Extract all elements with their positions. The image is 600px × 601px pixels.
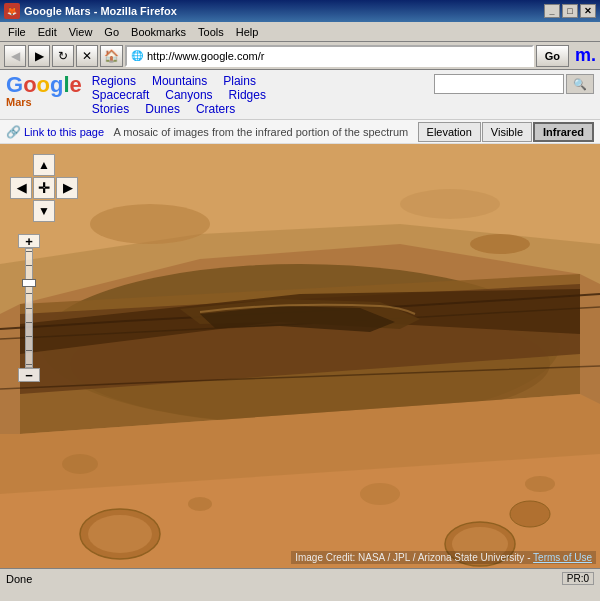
- menu-file[interactable]: File: [2, 24, 32, 40]
- link-spacecraft[interactable]: Spacecraft: [92, 88, 149, 102]
- link-ridges[interactable]: Ridges: [229, 88, 266, 102]
- search-area: 🔍: [434, 74, 594, 115]
- pan-left-button[interactable]: ◀: [10, 177, 32, 199]
- address-text: http://www.google.com/r: [147, 50, 528, 62]
- nav-bar: ◀ ▶ ↻ ✕ 🏠 🌐 http://www.google.com/r Go m…: [0, 42, 600, 70]
- link-regions[interactable]: Regions: [92, 74, 136, 88]
- title-bar: 🦊 Google Mars - Mozilla Firefox _ □ ✕: [0, 0, 600, 22]
- svg-point-23: [188, 497, 212, 511]
- menu-go[interactable]: Go: [98, 24, 125, 40]
- menu-help[interactable]: Help: [230, 24, 265, 40]
- svg-point-8: [90, 204, 210, 244]
- svg-point-18: [510, 501, 550, 527]
- zoom-tick-8: [26, 350, 32, 351]
- zoom-track[interactable]: [25, 248, 33, 368]
- map-navigation-controls: ▲ ◀ ✛ ▶ ▼: [10, 154, 78, 222]
- info-text: A mosaic of images from the infrared por…: [113, 126, 408, 138]
- zoom-tick-1: [26, 251, 32, 252]
- forward-button[interactable]: ▶: [28, 45, 50, 67]
- pan-right-button[interactable]: ▶: [56, 177, 78, 199]
- link-stories[interactable]: Stories: [92, 102, 129, 116]
- status-bar: Done PR:0: [0, 568, 600, 588]
- go-button[interactable]: Go: [536, 45, 569, 67]
- svg-point-9: [400, 189, 500, 219]
- link-to-page[interactable]: Link to this page: [24, 126, 104, 138]
- svg-point-22: [525, 476, 555, 492]
- address-bar[interactable]: 🌐 http://www.google.com/r: [125, 45, 534, 67]
- zoom-tick-6: [26, 322, 32, 323]
- elevation-button[interactable]: Elevation: [418, 122, 481, 142]
- reload-button[interactable]: ↻: [52, 45, 74, 67]
- search-button[interactable]: 🔍: [566, 74, 594, 94]
- zoom-handle[interactable]: [22, 279, 36, 287]
- view-buttons: Elevation Visible Infrared: [418, 122, 594, 142]
- link-canyons[interactable]: Canyons: [165, 88, 212, 102]
- zoom-slider: + −: [18, 234, 40, 382]
- minimize-button[interactable]: _: [544, 4, 560, 18]
- zoom-tick-7: [26, 336, 32, 337]
- svg-point-14: [88, 515, 152, 553]
- status-text: Done: [6, 573, 32, 585]
- info-bar: 🔗 Link to this page A mosaic of images f…: [0, 120, 600, 144]
- app-icon: 🦊: [4, 3, 20, 19]
- zoom-in-button[interactable]: +: [18, 234, 40, 248]
- m-logo: m.: [575, 45, 596, 66]
- svg-point-10: [470, 234, 530, 254]
- attribution-text: Image Credit: NASA / JPL / Arizona State…: [295, 552, 530, 563]
- map-container[interactable]: ▲ ◀ ✛ ▶ ▼ + − Imag: [0, 144, 600, 568]
- link-craters[interactable]: Craters: [196, 102, 235, 116]
- menu-tools[interactable]: Tools: [192, 24, 230, 40]
- infrared-button[interactable]: Infrared: [533, 122, 594, 142]
- mars-terrain: [0, 144, 600, 568]
- close-button[interactable]: ✕: [580, 4, 596, 18]
- menu-edit[interactable]: Edit: [32, 24, 63, 40]
- google-logo: Google Mars: [6, 74, 82, 115]
- back-button[interactable]: ◀: [4, 45, 26, 67]
- google-text: Google: [6, 74, 82, 96]
- pan-center-button[interactable]: ✛: [33, 177, 55, 199]
- link-mountains[interactable]: Mountains: [152, 74, 207, 88]
- map-attribution: Image Credit: NASA / JPL / Arizona State…: [291, 551, 596, 564]
- mars-label: Mars: [6, 96, 32, 108]
- pr-badge: PR:0: [562, 572, 594, 585]
- svg-point-24: [360, 483, 400, 505]
- window-controls[interactable]: _ □ ✕: [544, 4, 596, 18]
- menu-bar: File Edit View Go Bookmarks Tools Help: [0, 22, 600, 42]
- zoom-tick-4: [26, 293, 32, 294]
- visible-button[interactable]: Visible: [482, 122, 532, 142]
- link-dunes[interactable]: Dunes: [145, 102, 180, 116]
- maximize-button[interactable]: □: [562, 4, 578, 18]
- zoom-tick-5: [26, 308, 32, 309]
- link-plains[interactable]: Plains: [223, 74, 256, 88]
- home-button[interactable]: 🏠: [100, 45, 123, 67]
- link-icon: 🔗: [6, 125, 21, 139]
- maps-bar: Google Mars Regions Mountains Plains Spa…: [0, 70, 600, 120]
- nav-links: Regions Mountains Plains Spacecraft Cany…: [92, 74, 434, 115]
- stop-button[interactable]: ✕: [76, 45, 98, 67]
- page-icon: 🌐: [131, 50, 143, 61]
- terms-of-use-link[interactable]: Terms of Use: [533, 552, 592, 563]
- zoom-out-button[interactable]: −: [18, 368, 40, 382]
- svg-point-21: [62, 454, 98, 474]
- window-title: Google Mars - Mozilla Firefox: [24, 5, 177, 17]
- zoom-tick-2: [26, 265, 32, 266]
- zoom-tick-9: [26, 364, 32, 365]
- pan-down-button[interactable]: ▼: [33, 200, 55, 222]
- pan-up-button[interactable]: ▲: [33, 154, 55, 176]
- search-input[interactable]: [434, 74, 564, 94]
- menu-view[interactable]: View: [63, 24, 99, 40]
- menu-bookmarks[interactable]: Bookmarks: [125, 24, 192, 40]
